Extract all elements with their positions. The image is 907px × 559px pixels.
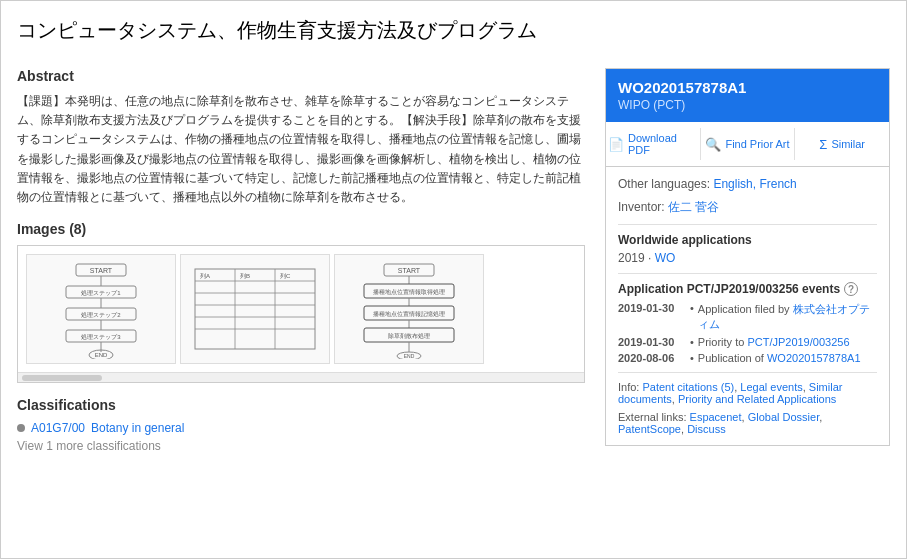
patent-details: Other languages: English, French Invento… xyxy=(606,167,889,445)
worldwide-year: 2019 · xyxy=(618,251,655,265)
external-links-section: External links: Espacenet, Global Dossie… xyxy=(618,411,877,435)
svg-text:START: START xyxy=(90,267,113,274)
events-title-row: Application PCT/JP2019/003256 events ? xyxy=(618,282,877,296)
find-prior-art-label: Find Prior Art xyxy=(725,138,789,150)
info-section: Info: Patent citations (5), Legal events… xyxy=(618,381,877,405)
event-bullet-3: • xyxy=(690,352,694,364)
image-thumb-1[interactable]: START 処理ステップ1 処理ステップ2 処理ステップ3 xyxy=(26,254,176,364)
patent-org: WIPO (PCT) xyxy=(618,98,877,112)
english-link[interactable]: English xyxy=(713,177,752,191)
patent-header: WO2020157878A1 WIPO (PCT) xyxy=(606,69,889,122)
event-bullet-1: • xyxy=(690,302,694,314)
images-section: Images (8) START 処理ステップ1 xyxy=(17,221,585,383)
download-pdf-button[interactable]: 📄 Download PDF xyxy=(606,128,701,160)
classifications-title: Classifications xyxy=(17,397,585,413)
event-date-1: 2019-01-30 xyxy=(618,302,690,314)
inventor-link[interactable]: 佐二 菅谷 xyxy=(668,200,719,214)
abstract-text: 【課題】本発明は、任意の地点に除草剤を散布させ、雑草を除草することが容易なコンピ… xyxy=(17,92,585,207)
worldwide-value-row: 2019 · WO xyxy=(618,251,877,265)
divider-1 xyxy=(618,224,877,225)
external-label: External links: xyxy=(618,411,686,423)
other-languages-row: Other languages: English, French xyxy=(618,177,877,191)
event-desc-1: Application filed by 株式会社オプティム xyxy=(698,302,877,332)
event-bullet-2: • xyxy=(690,336,694,348)
similar-button[interactable]: Σ Similar xyxy=(795,128,889,160)
help-icon[interactable]: ? xyxy=(844,282,858,296)
priority-apps-link[interactable]: Priority and Related Applications xyxy=(678,393,836,405)
class-code[interactable]: A01G7/00 xyxy=(31,421,85,435)
events-title-text: Application PCT/JP2019/003256 events xyxy=(618,282,840,296)
svg-text:処理ステップ2: 処理ステップ2 xyxy=(81,311,121,318)
worldwide-title: Worldwide applications xyxy=(618,233,877,247)
images-title: Images (8) xyxy=(17,221,585,237)
event-desc-2: Priority to PCT/JP2019/003256 xyxy=(698,336,850,348)
worldwide-wo-link[interactable]: WO xyxy=(655,251,676,265)
similar-icon: Σ xyxy=(819,137,827,152)
svg-text:処理ステップ1: 処理ステップ1 xyxy=(81,289,121,296)
image-thumb-2[interactable]: 列A 列B 列C xyxy=(180,254,330,364)
other-languages-links[interactable]: English, French xyxy=(713,177,796,191)
abstract-section: Abstract 【課題】本発明は、任意の地点に除草剤を散布させ、雑草を除草する… xyxy=(17,68,585,207)
svg-text:播種地点位置情報記憶処理: 播種地点位置情報記憶処理 xyxy=(373,311,445,317)
page-title: コンピュータシステム、作物生育支援方法及びプログラム xyxy=(17,17,890,52)
patentscope-link[interactable]: PatentScope xyxy=(618,423,681,435)
patent-card: WO2020157878A1 WIPO (PCT) 📄 Download PDF… xyxy=(605,68,890,446)
espacenet-link[interactable]: Espacenet xyxy=(690,411,742,423)
svg-text:処理ステップ3: 処理ステップ3 xyxy=(81,333,121,340)
classification-item: A01G7/00 Botany in general xyxy=(17,421,585,435)
priority-link[interactable]: PCT/JP2019/003256 xyxy=(747,336,849,348)
divider-2 xyxy=(618,273,877,274)
svg-text:END: END xyxy=(404,353,415,359)
find-prior-art-icon: 🔍 xyxy=(705,137,721,152)
event-date-2: 2019-01-30 xyxy=(618,336,690,348)
event-date-3: 2020-08-06 xyxy=(618,352,690,364)
class-dot xyxy=(17,424,25,432)
images-scroll-container[interactable]: START 処理ステップ1 処理ステップ2 処理ステップ3 xyxy=(17,245,585,383)
svg-text:列B: 列B xyxy=(240,273,250,279)
patent-actions: 📄 Download PDF 🔍 Find Prior Art Σ Simila… xyxy=(606,122,889,167)
svg-text:START: START xyxy=(398,267,421,274)
info-label: Info: xyxy=(618,381,639,393)
inventor-row: Inventor: 佐二 菅谷 xyxy=(618,199,877,216)
event-desc-3: Publication of WO2020157878A1 xyxy=(698,352,861,364)
classifications-section: Classifications A01G7/00 Botany in gener… xyxy=(17,397,585,453)
publication-link[interactable]: WO2020157878A1 xyxy=(767,352,861,364)
scroll-bar[interactable] xyxy=(18,372,584,382)
right-panel: WO2020157878A1 WIPO (PCT) 📄 Download PDF… xyxy=(605,68,890,453)
scroll-thumb[interactable] xyxy=(22,375,102,381)
info-links[interactable]: Patent citations (5) xyxy=(642,381,734,393)
other-languages-label: Other languages: xyxy=(618,177,710,191)
svg-text:列A: 列A xyxy=(200,273,210,279)
download-pdf-label: Download PDF xyxy=(628,132,698,156)
patent-id: WO2020157878A1 xyxy=(618,79,877,96)
french-link[interactable]: French xyxy=(759,177,796,191)
event-item-3: 2020-08-06 • Publication of WO2020157878… xyxy=(618,352,877,364)
divider-3 xyxy=(618,372,877,373)
svg-text:播種地点位置情報取得処理: 播種地点位置情報取得処理 xyxy=(373,289,445,295)
global-dossier-link[interactable]: Global Dossier xyxy=(748,411,820,423)
event-item-2: 2019-01-30 • Priority to PCT/JP2019/0032… xyxy=(618,336,877,348)
similar-label: Similar xyxy=(831,138,865,150)
images-container[interactable]: START 処理ステップ1 処理ステップ2 処理ステップ3 xyxy=(18,246,584,372)
view-more-classifications[interactable]: View 1 more classifications xyxy=(17,439,585,453)
download-pdf-icon: 📄 xyxy=(608,137,624,152)
svg-text:END: END xyxy=(95,352,108,358)
svg-text:除草剤散布処理: 除草剤散布処理 xyxy=(388,332,430,339)
find-prior-art-button[interactable]: 🔍 Find Prior Art xyxy=(701,128,796,160)
image-thumb-3[interactable]: START 播種地点位置情報取得処理 播種地点位置情報記憶処理 除草剤散布処理 xyxy=(334,254,484,364)
applicant-link[interactable]: 株式会社オプティム xyxy=(698,303,870,330)
abstract-title: Abstract xyxy=(17,68,585,84)
svg-text:列C: 列C xyxy=(280,273,291,279)
discuss-link[interactable]: Discuss xyxy=(687,423,726,435)
legal-events-link[interactable]: Legal events xyxy=(740,381,802,393)
class-description[interactable]: Botany in general xyxy=(91,421,184,435)
event-item-1: 2019-01-30 • Application filed by 株式会社オプ… xyxy=(618,302,877,332)
inventor-label: Inventor: xyxy=(618,200,665,214)
